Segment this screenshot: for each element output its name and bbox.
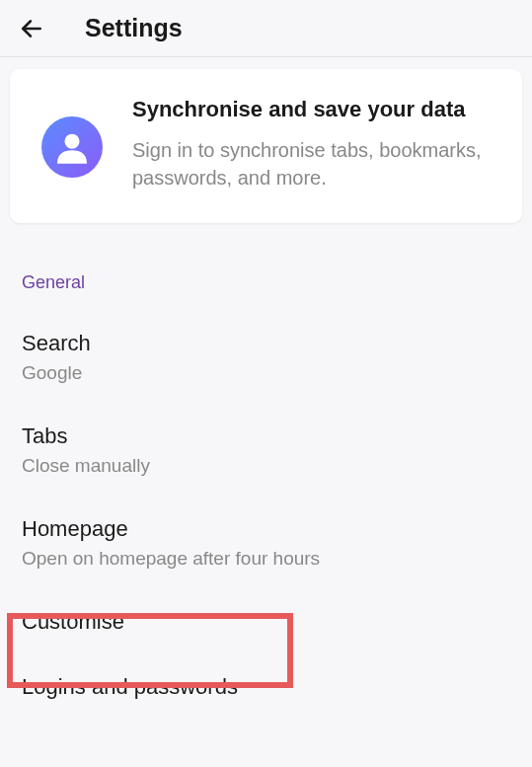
setting-item-search[interactable]: Search Google (0, 311, 532, 404)
setting-title: Customise (22, 609, 510, 635)
setting-item-tabs[interactable]: Tabs Close manually (0, 404, 532, 497)
setting-title: Search (22, 331, 510, 356)
sync-title: Synchronise and save your data (132, 97, 498, 122)
setting-title: Homepage (22, 516, 510, 542)
header: Settings (0, 0, 532, 57)
back-button[interactable] (18, 15, 45, 42)
setting-title: Logins and passwords (22, 674, 510, 700)
section-header-general: General (0, 235, 532, 311)
arrow-left-icon (19, 16, 44, 41)
setting-subtitle: Open on homepage after four hours (22, 548, 510, 570)
sync-text: Synchronise and save your data Sign in t… (132, 97, 498, 192)
page-title: Settings (85, 14, 183, 42)
sync-subtitle: Sign in to synchronise tabs, bookmarks, … (132, 136, 498, 192)
svg-point-1 (65, 134, 80, 149)
sync-card[interactable]: Synchronise and save your data Sign in t… (10, 69, 522, 223)
avatar-icon (41, 116, 103, 178)
setting-item-logins[interactable]: Logins and passwords (0, 654, 532, 720)
setting-item-customise[interactable]: Customise (0, 589, 532, 654)
setting-item-homepage[interactable]: Homepage Open on homepage after four hou… (0, 497, 532, 589)
setting-title: Tabs (22, 423, 510, 449)
setting-subtitle: Close manually (22, 455, 510, 477)
setting-subtitle: Google (22, 362, 510, 384)
